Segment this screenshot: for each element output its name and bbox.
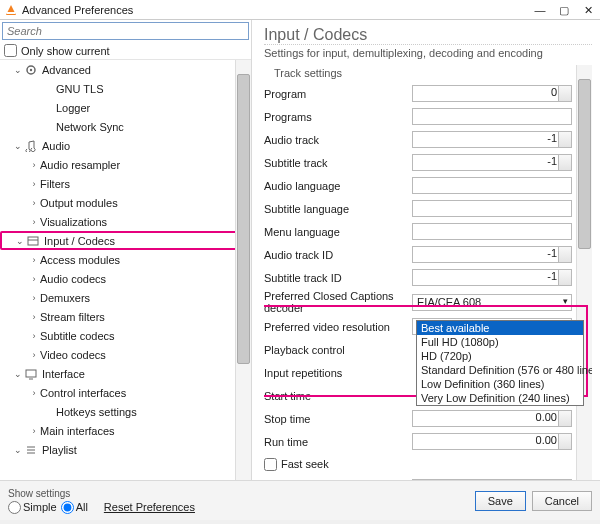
svg-rect-4 [28, 237, 38, 245]
close-button[interactable]: ✕ [576, 0, 600, 20]
tree-item[interactable]: ›Subtitle codecs [0, 326, 249, 345]
app-icon [4, 3, 18, 17]
label-subtitle-lang: Subtitle language [264, 203, 412, 215]
subtitle-language-input[interactable] [412, 200, 572, 217]
music-note-icon [24, 139, 38, 153]
settings-form: Track settings Program0▲▼ Programs Audio… [264, 65, 592, 480]
tree-node-advanced[interactable]: ⌄Advanced [0, 60, 249, 79]
tree-scrollbar[interactable] [235, 60, 251, 480]
window-title: Advanced Preferences [22, 4, 133, 16]
label-subtitle-track: Subtitle track [264, 157, 412, 169]
label-cc-decoder: Preferred Closed Captions decoder [264, 290, 412, 314]
label-programs: Programs [264, 111, 412, 123]
tree-item[interactable]: ›Output modules [0, 193, 249, 212]
program-spinner[interactable]: 0▲▼ [412, 85, 572, 102]
svg-rect-1 [7, 12, 15, 14]
audio-track-spinner[interactable]: -1▲▼ [412, 131, 572, 148]
tree-node-input-codecs[interactable]: ⌄Input / Codecs [0, 231, 249, 250]
label-subtitle-track-id: Subtitle track ID [264, 272, 412, 284]
tree-item[interactable]: ›Logger [0, 98, 249, 117]
fast-seek-checkbox[interactable]: Fast seek [264, 458, 412, 472]
only-show-current-label: Only show current [21, 45, 110, 57]
interface-icon [24, 367, 38, 381]
save-button[interactable]: Save [475, 491, 526, 511]
tree-item[interactable]: ›Audio codecs [0, 269, 249, 288]
tree-item[interactable]: ›Demuxers [0, 288, 249, 307]
radio-simple[interactable]: Simple [8, 501, 57, 514]
cc-decoder-dropdown[interactable]: EIA/CEA 608 [412, 294, 572, 311]
stop-time-spinner[interactable]: 0.00▲▼ [412, 410, 572, 427]
tree-item[interactable]: ›Main interfaces [0, 421, 249, 440]
label-program: Program [264, 88, 412, 100]
label-audio-lang: Audio language [264, 180, 412, 192]
tree-node-playlist[interactable]: ⌄Playlist [0, 440, 249, 459]
tree-item[interactable]: ›Control interfaces [0, 383, 249, 402]
tree-item[interactable]: ›Audio resampler [0, 155, 249, 174]
maximize-button[interactable]: ▢ [552, 0, 576, 20]
label-menu-lang: Menu language [264, 226, 412, 238]
dropdown-option[interactable]: Low Definition (360 lines) [417, 377, 583, 391]
form-scrollbar[interactable] [576, 65, 592, 480]
svg-point-3 [30, 68, 32, 70]
resolution-dropdown-list[interactable]: Best available Full HD (1080p) HD (720p)… [416, 320, 584, 406]
search-input[interactable] [2, 22, 249, 40]
minimize-button[interactable]: — [528, 0, 552, 20]
tree-item[interactable]: ›Stream filters [0, 307, 249, 326]
tree-item[interactable]: ›Hotkeys settings [0, 402, 249, 421]
label-pref-res: Preferred video resolution [264, 321, 412, 333]
tree-node-audio[interactable]: ⌄Audio [0, 136, 249, 155]
audio-track-id-spinner[interactable]: -1▲▼ [412, 246, 572, 263]
label-stop-time: Stop time [264, 413, 412, 425]
label-input-reps: Input repetitions [264, 367, 412, 379]
menu-language-input[interactable] [412, 223, 572, 240]
bottom-bar: Show settings Simple All Reset Preferenc… [0, 480, 600, 520]
radio-all[interactable]: All [61, 501, 88, 514]
label-playback-ctrl: Playback control [264, 344, 412, 356]
tree-item[interactable]: ›Filters [0, 174, 249, 193]
subtitle-track-spinner[interactable]: -1▲▼ [412, 154, 572, 171]
run-time-spinner[interactable]: 0.00▲▼ [412, 433, 572, 450]
tree-node-interface[interactable]: ⌄Interface [0, 364, 249, 383]
playlist-icon [24, 443, 38, 457]
subtitle-track-id-spinner[interactable]: -1▲▼ [412, 269, 572, 286]
label-audio-track: Audio track [264, 134, 412, 146]
input-codecs-icon [26, 234, 40, 248]
tree-item[interactable]: ›Video codecs [0, 345, 249, 364]
label-start-time: Start time [264, 390, 412, 402]
reset-preferences-link[interactable]: Reset Preferences [104, 501, 195, 513]
svg-rect-6 [26, 370, 36, 377]
title-bar: Advanced Preferences — ▢ ✕ [0, 0, 600, 20]
programs-input[interactable] [412, 108, 572, 125]
tree-item[interactable]: ›Access modules [0, 250, 249, 269]
only-show-current-box[interactable] [4, 44, 17, 57]
label-run-time: Run time [264, 436, 412, 448]
audio-language-input[interactable] [412, 177, 572, 194]
dropdown-option[interactable]: Full HD (1080p) [417, 335, 583, 349]
dropdown-option[interactable]: HD (720p) [417, 349, 583, 363]
settings-tree[interactable]: ⌄Advanced ›GNU TLS ›Logger ›Network Sync… [0, 60, 251, 480]
show-settings-label: Show settings [8, 488, 195, 499]
label-audio-track-id: Audio track ID [264, 249, 412, 261]
group-track-settings: Track settings [274, 67, 572, 79]
dropdown-option[interactable]: Best available [417, 321, 583, 335]
dropdown-option[interactable]: Standard Definition (576 or 480 lines) [417, 363, 583, 377]
tree-item[interactable]: ›Network Sync [0, 117, 249, 136]
tree-item[interactable]: ›Visualizations [0, 212, 249, 231]
page-title: Input / Codecs [264, 20, 592, 45]
cancel-button[interactable]: Cancel [532, 491, 592, 511]
only-show-current-checkbox[interactable]: Only show current [4, 44, 247, 57]
right-panel: Input / Codecs Settings for input, demul… [252, 20, 600, 480]
tree-item[interactable]: ›GNU TLS [0, 79, 249, 98]
page-subtitle: Settings for input, demultiplexing, deco… [264, 47, 592, 59]
left-panel: Only show current ⌄Advanced ›GNU TLS ›Lo… [0, 20, 252, 480]
dropdown-option[interactable]: Very Low Definition (240 lines) [417, 391, 583, 405]
gear-icon [24, 63, 38, 77]
